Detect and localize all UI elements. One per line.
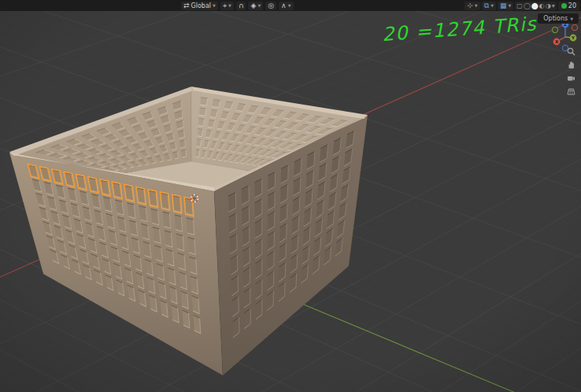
- show-gizmo[interactable]: ⊹▼: [464, 2, 479, 10]
- gizmo-axis--Y: [552, 27, 557, 32]
- viewport-canvas[interactable]: 20 =1274 TRis: [0, 0, 581, 392]
- pivot-point-icon: ⌖: [223, 2, 227, 9]
- xray-dropdown-icon: ▦: [500, 2, 507, 9]
- proportional-editing[interactable]: ◎: [265, 2, 276, 10]
- selected-hole-outline: [161, 192, 170, 211]
- header-tool-settings: ⇄Global▼⌖▼∩◈▼◎∧▼: [181, 0, 294, 11]
- transform-orientation-icon: ⇄: [183, 2, 190, 9]
- show-gizmo-icon: ⊹: [467, 2, 473, 9]
- perspective-toggle-button[interactable]: [566, 87, 576, 97]
- shading-solid[interactable]: ⬤: [531, 2, 538, 9]
- proportional-editing-icon: ◎: [268, 2, 274, 9]
- pivot-point[interactable]: ⌖▼: [220, 2, 234, 10]
- selected-hole-outline: [184, 197, 194, 216]
- green-dot-icon: [561, 3, 567, 9]
- selected-hole-outline: [124, 184, 135, 202]
- camera-icon: [567, 74, 575, 83]
- show-overlays[interactable]: ⧉▼: [482, 2, 496, 10]
- blender-window: 20 =1274 TRis ⇄Global▼⌖▼∩◈▼◎∧▼ ⊹▼⧉▼▦▼▢◯⬤…: [0, 0, 581, 392]
- transform-orientation-label: Global: [191, 2, 212, 9]
- chevron-down-icon: ▼: [509, 3, 512, 8]
- snap-with[interactable]: ◈▼: [248, 2, 263, 10]
- grid-perspective-icon: [567, 87, 575, 96]
- hand-icon: [567, 61, 575, 69]
- shading-rendered[interactable]: ◑: [546, 2, 551, 9]
- move-view-button[interactable]: [566, 60, 576, 70]
- snap-toggle-icon: ∩: [239, 2, 244, 9]
- options-label: Options: [543, 15, 568, 22]
- viewport-header: ⇄Global▼⌖▼∩◈▼◎∧▼ ⊹▼⧉▼▦▼▢◯⬤◐◑▾20: [0, 0, 581, 11]
- selected-hole-outline: [136, 187, 146, 205]
- viewport-nav-buttons: [566, 46, 576, 97]
- chevron-down-icon: ▼: [257, 3, 261, 8]
- zoom-button[interactable]: [566, 46, 576, 57]
- chevron-down-icon: ▼: [475, 3, 478, 8]
- gizmo-axis--X: [572, 24, 577, 30]
- camera-view-button[interactable]: [566, 73, 576, 83]
- hole: [187, 218, 194, 235]
- selected-hole-outline: [172, 194, 182, 213]
- shading-dropdown[interactable]: ▾: [552, 2, 555, 9]
- chevron-down-icon: ▼: [288, 3, 291, 8]
- show-overlays-icon: ⧉: [484, 2, 489, 9]
- header-display-settings: ⊹▼⧉▼▦▼▢◯⬤◐◑▾20: [464, 0, 579, 11]
- chevron-down-icon: ▼: [213, 3, 216, 8]
- stats-badge[interactable]: 20: [558, 2, 579, 10]
- shading-mode-group: ▢◯⬤◐◑▾: [515, 2, 556, 10]
- selected-hole-outline: [148, 190, 158, 208]
- chevron-down-icon: ▼: [490, 3, 494, 8]
- options-dropdown[interactable]: Options ▼: [538, 13, 579, 24]
- shading-material[interactable]: ◐: [539, 2, 545, 9]
- chevron-down-icon: ▼: [228, 3, 231, 8]
- xray-dropdown[interactable]: ▦▼: [498, 2, 513, 10]
- transform-orientation[interactable]: ⇄Global▼: [181, 2, 218, 10]
- shading-wireframe[interactable]: ◯: [524, 2, 531, 9]
- stats-value: 20: [568, 2, 576, 9]
- snap-with-icon: ◈: [250, 2, 256, 9]
- chevron-down-icon: ▼: [570, 17, 573, 21]
- toggle-xray[interactable]: ▢: [516, 2, 523, 9]
- proportional-falloff-icon: ∧: [281, 2, 287, 9]
- magnifier-icon: [567, 47, 575, 56]
- snap-toggle[interactable]: ∩: [236, 2, 246, 10]
- selected-hole-outline: [112, 182, 122, 199]
- proportional-falloff[interactable]: ∧▼: [279, 2, 293, 10]
